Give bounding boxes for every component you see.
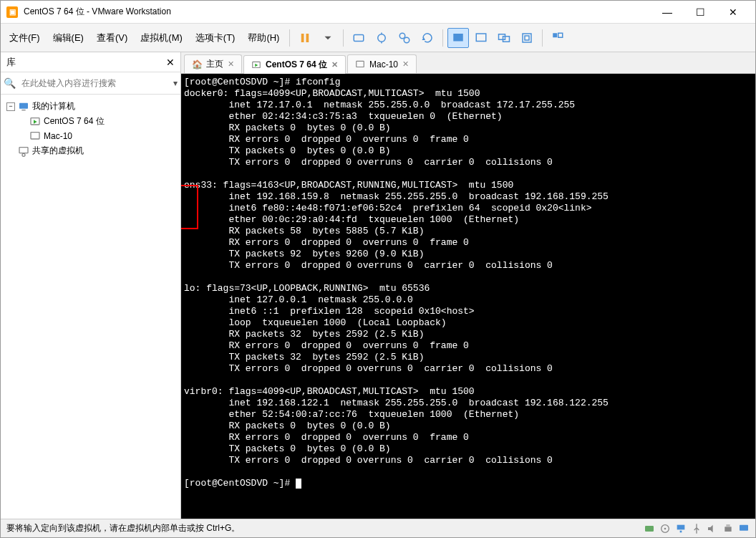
quick-switch-button[interactable]	[493, 28, 515, 48]
body-row: 库 ✕ 🔍 ▾ − 我的计算机 CentOS 7 64 位 Mac-10	[1, 52, 755, 519]
menu-file[interactable]: 文件(F)	[4, 29, 46, 47]
collapse-icon[interactable]: −	[6, 102, 15, 111]
tree-label: 共享的虚拟机	[32, 145, 84, 157]
tree-node-shared[interactable]: 共享的虚拟机	[4, 143, 178, 158]
toolbar: 文件(F) 编辑(E) 查看(V) 虚拟机(M) 选项卡(T) 帮助(H)	[1, 24, 755, 52]
tree-node-my-computer[interactable]: − 我的计算机	[4, 99, 178, 114]
terminal-output: [root@CentOSDVD ~]# ifconfig docker0: fl…	[184, 77, 609, 489]
menu-help[interactable]: 帮助(H)	[242, 29, 285, 47]
svg-rect-8	[454, 34, 464, 42]
svg-rect-3	[354, 34, 364, 41]
fullscreen-button[interactable]	[447, 28, 469, 48]
tab-label: Mac-10	[369, 59, 398, 69]
tab-label: 主页	[206, 58, 223, 70]
main-area: 🏠 主页 ✕ CentOS 7 64 位 ✕ Mac-10 ✕ [root@Ce…	[181, 52, 755, 519]
tree-node-centos[interactable]: CentOS 7 64 位	[4, 114, 178, 129]
tab-mac[interactable]: Mac-10 ✕	[347, 54, 417, 73]
svg-rect-20	[31, 133, 39, 139]
tree-label: 我的计算机	[32, 100, 75, 112]
display-icon[interactable]	[738, 523, 750, 534]
search-input[interactable]	[19, 75, 170, 91]
maximize-button[interactable]: ☐	[684, 1, 717, 23]
svg-marker-19	[34, 120, 37, 123]
search-icon: 🔍	[4, 77, 16, 89]
svg-rect-14	[553, 33, 558, 37]
tab-centos[interactable]: CentOS 7 64 位 ✕	[243, 55, 346, 74]
power-options-button[interactable]	[317, 28, 339, 48]
cd-icon[interactable]	[659, 523, 671, 534]
sidebar-title: 库	[6, 56, 16, 69]
search-row: 🔍 ▾	[1, 72, 180, 95]
svg-marker-2	[325, 36, 331, 39]
statusbar: 要将输入定向到该虚拟机，请在虚拟机内部单击或按 Ctrl+G。	[1, 519, 755, 537]
vm-icon	[29, 130, 41, 142]
svg-rect-34	[740, 524, 748, 530]
svg-point-4	[378, 34, 386, 42]
status-icons	[644, 523, 750, 534]
menu-view[interactable]: 查看(V)	[91, 29, 133, 47]
sidebar-close-button[interactable]: ✕	[166, 57, 175, 68]
unity-button[interactable]	[470, 28, 492, 48]
tree-node-mac[interactable]: Mac-10	[4, 129, 178, 143]
svg-rect-33	[726, 524, 730, 527]
window-title: CentOS 7 64 位 - VMware Workstation	[24, 6, 651, 18]
tab-close-icon[interactable]: ✕	[331, 60, 338, 69]
snapshot-manager-button[interactable]	[394, 28, 415, 48]
svg-rect-9	[477, 34, 487, 42]
sidebar: 库 ✕ 🔍 ▾ − 我的计算机 CentOS 7 64 位 Mac-10	[1, 52, 181, 519]
menu-vm[interactable]: 虚拟机(M)	[135, 29, 188, 47]
disk-icon[interactable]	[644, 523, 655, 534]
snapshot-button[interactable]	[371, 28, 392, 48]
sound-icon[interactable]	[707, 523, 718, 534]
vm-running-icon	[29, 116, 41, 128]
svg-rect-13	[525, 36, 529, 40]
svg-rect-32	[724, 527, 731, 532]
vm-icon	[355, 59, 365, 69]
vm-running-icon	[251, 60, 261, 70]
svg-rect-21	[19, 147, 28, 153]
titlebar: ▣ CentOS 7 64 位 - VMware Workstation — ☐…	[1, 1, 755, 24]
minimize-button[interactable]: —	[651, 1, 684, 23]
svg-marker-31	[708, 524, 713, 532]
svg-rect-26	[645, 526, 654, 532]
tree: − 我的计算机 CentOS 7 64 位 Mac-10 共享的虚拟机	[1, 95, 180, 519]
svg-rect-29	[677, 524, 685, 529]
svg-point-22	[22, 153, 25, 156]
app-icon: ▣	[6, 6, 18, 18]
svg-rect-12	[523, 34, 531, 42]
status-message: 要将输入定向到该虚拟机，请在虚拟机内部单击或按 Ctrl+G。	[6, 522, 240, 534]
computer-icon	[18, 101, 29, 112]
svg-point-28	[664, 527, 667, 529]
menu-tabs[interactable]: 选项卡(T)	[190, 29, 241, 47]
tab-close-icon[interactable]: ✕	[228, 59, 234, 69]
usb-icon[interactable]	[691, 523, 702, 534]
terminal[interactable]: [root@CentOSDVD ~]# ifconfig docker0: fl…	[181, 74, 755, 519]
stretch-guest-button[interactable]	[516, 28, 538, 48]
menu-edit[interactable]: 编辑(E)	[47, 29, 89, 47]
thumbnail-bar-button[interactable]	[547, 28, 568, 48]
terminal-cursor	[296, 479, 301, 489]
svg-rect-1	[306, 34, 309, 42]
pause-button[interactable]	[294, 28, 316, 48]
svg-point-6	[404, 37, 410, 43]
tab-home[interactable]: 🏠 主页 ✕	[184, 54, 242, 73]
tree-label: CentOS 7 64 位	[44, 115, 105, 128]
printer-icon[interactable]	[722, 523, 734, 534]
close-button[interactable]: ✕	[717, 1, 750, 23]
svg-rect-16	[19, 102, 28, 108]
tabbar: 🏠 主页 ✕ CentOS 7 64 位 ✕ Mac-10 ✕	[181, 52, 755, 74]
search-dropdown-icon[interactable]: ▾	[173, 78, 178, 88]
home-icon: 🏠	[192, 59, 202, 69]
tab-close-icon[interactable]: ✕	[402, 59, 409, 69]
svg-marker-24	[255, 63, 258, 67]
svg-rect-15	[558, 33, 563, 37]
revert-snapshot-button[interactable]	[417, 28, 438, 48]
network-icon[interactable]	[675, 523, 687, 534]
send-ctrl-alt-del-button[interactable]	[348, 28, 369, 48]
svg-rect-17	[21, 110, 25, 110]
sidebar-header: 库 ✕	[1, 52, 180, 72]
shared-vm-icon	[18, 145, 29, 157]
svg-rect-0	[301, 34, 304, 42]
svg-rect-25	[357, 61, 364, 67]
tree-label: Mac-10	[44, 131, 72, 141]
